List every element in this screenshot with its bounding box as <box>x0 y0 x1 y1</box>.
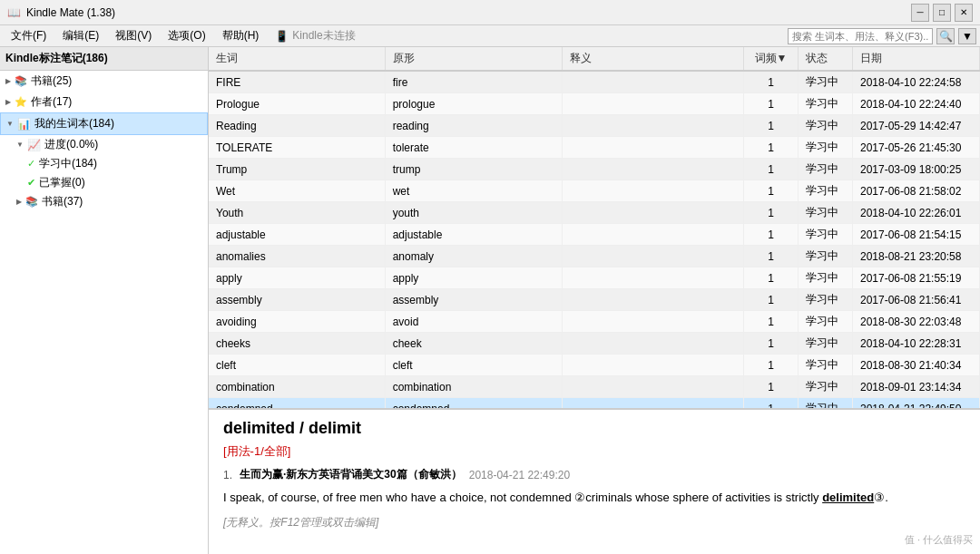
col-header-word[interactable]: 生词 <box>209 47 385 71</box>
detail-no-meaning: [无释义。按F12管理或双击编辑] <box>223 515 965 530</box>
window-controls[interactable]: ─ □ ✕ <box>911 4 973 22</box>
table-cell: 2017-06-08 21:54:15 <box>853 224 980 246</box>
table-cell: 学习中 <box>799 246 853 267</box>
search-bar: 🔍 ▼ <box>788 28 976 44</box>
learning-icon: ✓ <box>27 158 35 170</box>
sidebar-item-vocab[interactable]: ▼ 📊 我的生词本(184) <box>0 112 208 135</box>
expand-progress-icon: ▼ <box>16 141 24 149</box>
col-header-meaning[interactable]: 释义 <box>563 47 744 71</box>
table-cell <box>563 71 744 93</box>
detail-source-book: 生而为赢·新东方英语背诵美文30篇（俞敏洪） <box>240 467 462 482</box>
table-cell: anomaly <box>385 246 562 267</box>
table-cell: 1 <box>744 311 799 333</box>
search-button[interactable]: 🔍 <box>936 28 955 44</box>
menu-options[interactable]: 选项(O) <box>161 26 212 45</box>
table-row[interactable]: cleftcleft1学习中2018-08-30 21:40:34 <box>209 355 980 376</box>
detail-panel: delimited / delimit [用法-1/全部] 1. 生而为赢·新东… <box>209 409 980 554</box>
table-row[interactable]: Youthyouth1学习中2018-04-10 22:26:01 <box>209 202 980 224</box>
table-cell: Youth <box>209 202 385 224</box>
sidebar-progress-group: ✓ 学习中(184) ✔ 已掌握(0) <box>22 154 208 192</box>
table-cell: TOLERATE <box>209 137 385 159</box>
sidebar-label-vocabbooks: 书籍(37) <box>42 194 83 209</box>
sidebar-item-books[interactable]: ▶ 📚 书籍(25) <box>0 71 208 92</box>
sidebar-item-learning[interactable]: ✓ 学习中(184) <box>22 154 208 173</box>
close-button[interactable]: ✕ <box>955 4 973 22</box>
table-cell: 1 <box>744 246 799 267</box>
table-cell: 2018-08-30 21:40:34 <box>853 355 980 376</box>
table-row[interactable]: Readingreading1学习中2017-05-29 14:42:47 <box>209 115 980 137</box>
table-cell: youth <box>385 202 562 224</box>
table-row[interactable]: FIREfire1学习中2018-04-10 22:24:58 <box>209 71 980 93</box>
table-cell <box>563 355 744 376</box>
table-row[interactable]: avoidingavoid1学习中2018-08-30 22:03:48 <box>209 311 980 333</box>
table-cell: 1 <box>744 71 799 93</box>
table-row[interactable]: Wetwet1学习中2017-06-08 21:58:02 <box>209 180 980 202</box>
search-options-button[interactable]: ▼ <box>958 28 976 44</box>
table-cell: 1 <box>744 159 799 180</box>
search-input[interactable] <box>788 28 933 44</box>
content-area: 生词 原形 释义 词频▼ 状态 日期 FIREfire1学习中2018-04-1… <box>209 47 980 554</box>
sidebar-header-text: Kindle标注笔记(186) <box>5 52 108 64</box>
minimize-button[interactable]: ─ <box>911 4 929 22</box>
table-area[interactable]: 生词 原形 释义 词频▼ 状态 日期 FIREfire1学习中2018-04-1… <box>209 47 980 409</box>
menu-help[interactable]: 帮助(H) <box>215 26 267 45</box>
table-cell <box>563 159 744 180</box>
table-cell: 学习中 <box>799 224 853 246</box>
detail-usage[interactable]: [用法-1/全部] <box>223 443 965 460</box>
table-row[interactable]: TOLERATEtolerate1学习中2017-05-26 21:45:30 <box>209 137 980 159</box>
sidebar: Kindle标注笔记(186) ▶ 📚 书籍(25) ▶ ⭐ 作者(17) ▼ … <box>0 47 209 554</box>
table-row[interactable]: condemnedcondemned1学习中2018-04-21 22:49:5… <box>209 398 980 410</box>
table-cell: cleft <box>209 355 385 376</box>
maximize-button[interactable]: □ <box>933 4 951 22</box>
menu-edit[interactable]: 编辑(E) <box>55 26 106 45</box>
sidebar-item-vocab-books[interactable]: ▶ 📚 书籍(37) <box>11 192 208 211</box>
col-header-status[interactable]: 状态 <box>799 47 853 71</box>
table-cell: 学习中 <box>799 355 853 376</box>
table-cell: 学习中 <box>799 398 853 410</box>
table-row[interactable]: applyapply1学习中2017-06-08 21:55:19 <box>209 267 980 289</box>
table-cell: assembly <box>209 289 385 311</box>
col-header-base[interactable]: 原形 <box>385 47 562 71</box>
table-cell: 2018-09-01 23:14:34 <box>853 376 980 398</box>
table-cell <box>563 289 744 311</box>
menu-file[interactable]: 文件(F) <box>4 26 54 45</box>
table-row[interactable]: adjustableadjustable1学习中2017-06-08 21:54… <box>209 224 980 246</box>
table-row[interactable]: Prologueprologue1学习中2018-04-10 22:24:40 <box>209 93 980 115</box>
table-cell: 学习中 <box>799 159 853 180</box>
table-cell: 2018-04-10 22:26:01 <box>853 202 980 224</box>
table-cell: adjustable <box>209 224 385 246</box>
sidebar-item-mastered[interactable]: ✔ 已掌握(0) <box>22 173 208 192</box>
table-cell <box>563 398 744 410</box>
table-cell: 2018-04-21 22:49:50 <box>853 398 980 410</box>
app-title: Kindle Mate (1.38) <box>26 6 115 19</box>
sidebar-item-authors[interactable]: ▶ ⭐ 作者(17) <box>0 92 208 112</box>
table-cell: 学习中 <box>799 71 853 93</box>
table-row[interactable]: cheekscheek1学习中2018-04-10 22:28:31 <box>209 333 980 355</box>
table-cell: 学习中 <box>799 180 853 202</box>
table-row[interactable]: anomaliesanomaly1学习中2018-08-21 23:20:58 <box>209 246 980 267</box>
table-cell: 1 <box>744 376 799 398</box>
table-cell <box>563 224 744 246</box>
vocabbooks-icon: 📚 <box>25 196 38 208</box>
sidebar-label-progress: 进度(0.0%) <box>44 137 98 152</box>
table-cell: adjustable <box>385 224 562 246</box>
table-cell: Prologue <box>209 93 385 115</box>
detail-source-index: 1. <box>223 469 232 481</box>
sidebar-item-progress[interactable]: ▼ 📈 进度(0.0%) <box>11 135 208 154</box>
table-row[interactable]: Trumptrump1学习中2017-03-09 18:00:25 <box>209 159 980 180</box>
table-row[interactable]: combinationcombination1学习中2018-09-01 23:… <box>209 376 980 398</box>
table-cell <box>563 202 744 224</box>
table-cell <box>563 376 744 398</box>
table-cell: apply <box>209 267 385 289</box>
col-header-date[interactable]: 日期 <box>853 47 980 71</box>
sentence-before: I speak, of course, of free men who have… <box>223 491 822 504</box>
table-row[interactable]: assemblyassembly1学习中2017-06-08 21:56:41 <box>209 289 980 311</box>
menu-view[interactable]: 视图(V) <box>108 26 159 45</box>
progress-icon: 📈 <box>27 139 41 151</box>
col-header-freq[interactable]: 词频▼ <box>744 47 799 71</box>
table-cell <box>563 180 744 202</box>
vocab-table: 生词 原形 释义 词频▼ 状态 日期 FIREfire1学习中2018-04-1… <box>209 47 980 409</box>
sidebar-label-learning: 学习中(184) <box>39 156 97 171</box>
table-cell: 1 <box>744 180 799 202</box>
table-cell: Trump <box>209 159 385 180</box>
